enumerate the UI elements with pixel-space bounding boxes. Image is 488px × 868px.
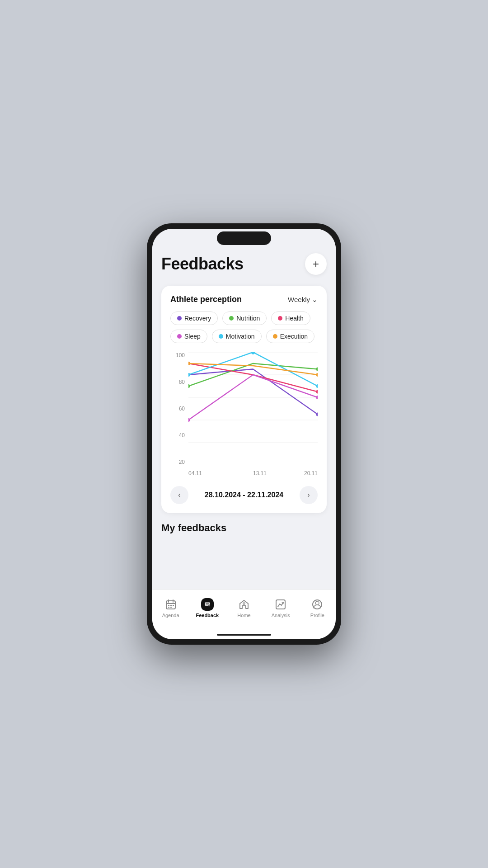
- y-label-100: 100: [170, 352, 188, 359]
- agenda-label: Agenda: [162, 613, 179, 618]
- page-header: Feedbacks +: [161, 249, 327, 286]
- agenda-icon: [164, 598, 177, 611]
- legend-grid: Recovery Nutrition Health Sleep: [170, 311, 318, 343]
- feedback-icon: ✓: [201, 598, 214, 611]
- period-selector[interactable]: Weekly ⌄: [288, 296, 318, 304]
- y-label-40: 40: [170, 432, 188, 439]
- svg-rect-26: [170, 607, 172, 608]
- nav-item-analysis[interactable]: Analysis: [263, 598, 299, 618]
- svg-point-16: [188, 362, 190, 365]
- execution-label: Execution: [280, 333, 308, 340]
- date-range: 28.10.2024 - 22.11.2024: [205, 491, 283, 499]
- nav-item-profile[interactable]: Profile: [299, 598, 336, 618]
- phone-screen: Feedbacks + Athlete perception Weekly ⌄ …: [152, 229, 336, 639]
- chevron-down-icon: ⌄: [312, 296, 318, 304]
- x-label-2: 13.11: [253, 470, 267, 476]
- card-title: Athlete perception: [170, 295, 242, 304]
- recovery-dot: [177, 316, 182, 321]
- nutrition-dot: [229, 316, 234, 321]
- svg-point-10: [316, 390, 318, 394]
- legend-item-health[interactable]: Health: [271, 311, 310, 325]
- sleep-label: Sleep: [184, 333, 201, 340]
- y-label-20: 20: [170, 459, 188, 465]
- svg-point-12: [316, 396, 318, 399]
- phone-notch: [217, 231, 271, 245]
- home-indicator: [152, 630, 336, 639]
- recovery-label: Recovery: [184, 315, 211, 322]
- profile-icon: [311, 598, 324, 611]
- scroll-area[interactable]: Feedbacks + Athlete perception Weekly ⌄ …: [152, 249, 336, 590]
- nav-item-feedback[interactable]: ✓ Feedback: [189, 598, 225, 618]
- svg-point-13: [251, 352, 255, 354]
- nav-item-agenda[interactable]: Agenda: [152, 598, 189, 618]
- health-label: Health: [285, 315, 303, 322]
- health-dot: [278, 316, 282, 321]
- svg-point-7: [188, 384, 190, 388]
- svg-rect-25: [168, 607, 169, 608]
- feedback-label: Feedback: [196, 613, 219, 618]
- svg-point-8: [316, 368, 318, 371]
- sleep-dot: [177, 334, 182, 339]
- home-icon: [238, 598, 250, 611]
- add-button[interactable]: +: [305, 253, 327, 275]
- chart-svg: [188, 352, 318, 465]
- chart-area: 100 80 60 40 20: [170, 352, 318, 479]
- motivation-label: Motivation: [226, 333, 255, 340]
- y-label-60: 60: [170, 406, 188, 412]
- period-label: Weekly: [288, 296, 310, 303]
- card-header: Athlete perception Weekly ⌄: [170, 295, 318, 304]
- home-label: Home: [237, 613, 250, 618]
- svg-point-35: [315, 601, 319, 605]
- feedbacks-section: My feedbacks: [161, 522, 327, 534]
- execution-dot: [273, 334, 277, 339]
- svg-text:✓: ✓: [208, 605, 210, 607]
- legend-item-motivation[interactable]: Motivation: [212, 330, 262, 343]
- page-title: Feedbacks: [161, 255, 244, 274]
- svg-rect-24: [173, 605, 174, 606]
- motivation-dot: [219, 334, 223, 339]
- chart-card: Athlete perception Weekly ⌄ Recovery Nut…: [161, 286, 327, 513]
- svg-point-14: [188, 373, 190, 377]
- nutrition-label: Nutrition: [236, 315, 260, 322]
- legend-item-execution[interactable]: Execution: [266, 330, 314, 343]
- chart-inner: 04.11 13.11 20.11: [188, 352, 318, 465]
- y-label-80: 80: [170, 379, 188, 385]
- y-axis: 100 80 60 40 20: [170, 352, 188, 465]
- legend-item-sleep[interactable]: Sleep: [170, 330, 207, 343]
- bottom-nav: Agenda ✓ Feedback: [152, 590, 336, 630]
- next-button[interactable]: ›: [300, 486, 318, 504]
- svg-point-32: [243, 603, 245, 604]
- x-label-1: 04.11: [188, 470, 202, 476]
- legend-item-nutrition[interactable]: Nutrition: [222, 311, 267, 325]
- analysis-icon: [274, 598, 287, 611]
- home-bar: [217, 634, 271, 636]
- svg-rect-23: [170, 605, 172, 606]
- svg-rect-22: [168, 605, 169, 606]
- date-nav: ‹ 28.10.2024 - 22.11.2024 ›: [170, 486, 318, 504]
- phone-frame: Feedbacks + Athlete perception Weekly ⌄ …: [147, 223, 341, 645]
- legend-item-recovery[interactable]: Recovery: [170, 311, 218, 325]
- nav-item-home[interactable]: Home: [225, 598, 262, 618]
- profile-label: Profile: [310, 613, 324, 618]
- feedbacks-section-title: My feedbacks: [161, 522, 327, 534]
- x-label-3: 20.11: [304, 470, 318, 476]
- prev-button[interactable]: ‹: [170, 486, 188, 504]
- analysis-label: Analysis: [272, 613, 290, 618]
- svg-point-17: [316, 373, 318, 377]
